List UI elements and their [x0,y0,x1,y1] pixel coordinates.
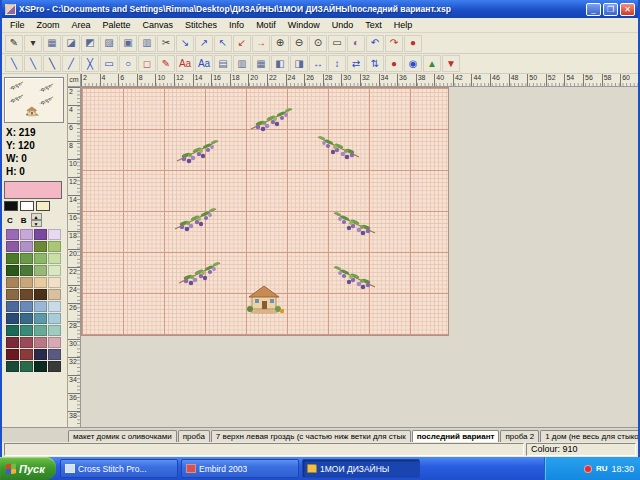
palette-swatch[interactable] [6,241,19,252]
language-indicator[interactable]: RU [596,464,608,473]
french-knot-button[interactable]: ▣ [119,35,137,52]
selected-colour-swatch[interactable] [4,181,62,199]
task-moi-dizayny[interactable]: 1МОИ ДИЗАЙНЫ [302,459,420,478]
diagonal-line-button[interactable]: ╱ [62,55,80,72]
palette-scroll-up-button[interactable]: ▲ [31,213,42,220]
tab-posledniy-variant[interactable]: последний вариант [412,430,500,442]
half-left-button[interactable]: ◧ [271,55,289,72]
tab-1-dom[interactable]: 1 дом (не весь для стыковки) [540,430,638,442]
stitch-direction-nw-button[interactable]: ↖ [214,35,232,52]
palette-swatch[interactable] [20,289,33,300]
design-preview[interactable] [4,77,64,123]
red-arrow-button[interactable]: → [252,35,270,52]
palette-swatch[interactable] [34,337,47,348]
cross-line-button[interactable]: ╳ [81,55,99,72]
maximize-button[interactable]: ❐ [603,3,618,16]
palette-swatch[interactable] [20,361,33,372]
palette-swatch[interactable] [6,265,19,276]
palette-swatch[interactable] [34,349,47,360]
palette-swatch[interactable] [34,241,47,252]
palette-swatch[interactable] [34,277,47,288]
tab-7-verhn-grozd[interactable]: 7 верхн левая гроздь (с частью ниж ветки… [211,430,411,442]
stitch-direction-ne-button[interactable]: ↗ [195,35,213,52]
palette-swatch[interactable] [34,325,47,336]
close-button[interactable]: ✕ [620,3,635,16]
target-button[interactable]: ◉ [404,55,422,72]
menu-stitches[interactable]: Stitches [179,20,223,30]
swap-horizontal-button[interactable]: ⇄ [347,55,365,72]
mini-swatch[interactable] [36,201,50,211]
palette-swatch[interactable] [34,253,47,264]
mini-swatch[interactable] [20,201,34,211]
bead-stitch-button[interactable]: ▥ [138,35,156,52]
palette-scroll-down-button[interactable]: ▼ [31,220,42,227]
rect-outline-button[interactable]: ▭ [100,55,118,72]
thick-line-button[interactable]: ╲ [43,55,61,72]
full-stitch-button[interactable]: ▦ [43,35,61,52]
palette-swatch[interactable] [6,325,19,336]
palette-swatch[interactable] [34,265,47,276]
menu-window[interactable]: Window [282,20,326,30]
palette-swatch[interactable] [20,313,33,324]
palette-swatch[interactable] [48,289,61,300]
palette-swatch[interactable] [34,301,47,312]
palette-swatch[interactable] [6,229,19,240]
palette-swatch[interactable] [48,229,61,240]
palette-swatch[interactable] [6,349,19,360]
menu-help[interactable]: Help [388,20,419,30]
down-triangle-button[interactable]: ▼ [442,55,460,72]
up-triangle-button[interactable]: ▲ [423,55,441,72]
palette-swatch[interactable] [20,337,33,348]
palette-swatch[interactable] [6,253,19,264]
redo-arrow-button[interactable]: ↷ [385,35,403,52]
palette-swatch[interactable] [48,301,61,312]
menu-area[interactable]: Area [66,20,97,30]
palette-swatch[interactable] [34,313,47,324]
stitch-direction-sw-button[interactable]: ↙ [233,35,251,52]
palette-swatch[interactable] [20,277,33,288]
palette-swatch[interactable] [48,361,61,372]
stitch-direction-se-button[interactable]: ↘ [176,35,194,52]
task-cross-stitch-pro[interactable]: Cross Stitch Pro... [60,459,178,478]
ellipse-button[interactable]: ○ [119,55,137,72]
scissors-button[interactable]: ✂ [157,35,175,52]
mini-swatch[interactable] [4,201,18,211]
palette-swatch[interactable] [20,265,33,276]
clock[interactable]: 18:30 [611,464,634,474]
zoom-actual-button[interactable]: ⊙ [309,35,327,52]
palette-swatch[interactable] [20,241,33,252]
select-rect-button[interactable]: ▭ [328,35,346,52]
tab-maket-domik[interactable]: макет домик с оливочками [68,430,177,442]
text-tool-red-button[interactable]: Aa [176,55,194,72]
task-embird-2003[interactable]: Embird 2003 [181,459,299,478]
tray-app-icon[interactable] [584,465,592,473]
grid-cols-button[interactable]: ▥ [233,55,251,72]
palette-swatch[interactable] [48,241,61,252]
menu-zoom[interactable]: Zoom [31,20,66,30]
start-button[interactable]: Пуск [0,457,56,480]
palette-swatch[interactable] [6,361,19,372]
menu-info[interactable]: Info [223,20,250,30]
menu-palette[interactable]: Palette [97,20,137,30]
swap-vertical-button[interactable]: ⇅ [366,55,384,72]
palette-swatch[interactable] [20,253,33,264]
palette-swatch[interactable] [20,349,33,360]
quarter-stitch-button[interactable]: ◩ [81,35,99,52]
palette-swatch[interactable] [48,253,61,264]
half-right-button[interactable]: ◨ [290,55,308,72]
palette-swatch[interactable] [6,301,19,312]
palette-swatch[interactable] [48,313,61,324]
grid-full-button[interactable]: ▦ [252,55,270,72]
palette-swatch[interactable] [48,325,61,336]
palette-swatch[interactable] [6,313,19,324]
tab-proba[interactable]: проба [178,430,210,442]
palette-swatch[interactable] [48,277,61,288]
eraser-button[interactable]: ◻ [138,55,156,72]
palette-swatch[interactable] [34,289,47,300]
medium-line-button[interactable]: ╲ [24,55,42,72]
text-tool-blue-button[interactable]: Aa [195,55,213,72]
palette-swatch[interactable] [34,361,47,372]
stitch-canvas[interactable] [81,87,449,336]
palette-swatch[interactable] [20,229,33,240]
palette-swatch[interactable] [20,301,33,312]
